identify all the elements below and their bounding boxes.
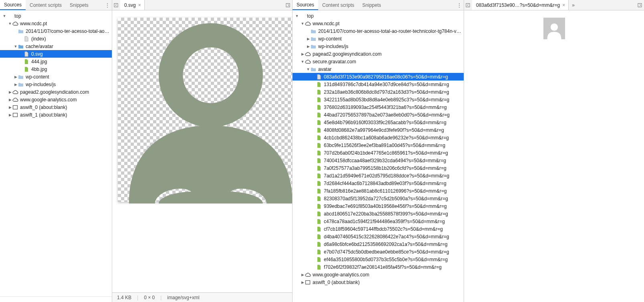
tree-item[interactable]: e7b07d7475dc5b0dbedbeae0ebbe85ce?s=50&d=… <box>293 248 464 256</box>
tree-item[interactable]: (index) <box>0 35 112 42</box>
tree-item-label: 45e8d4b796b9160f03033f9c265acabb?s=50&d=… <box>324 120 446 125</box>
tree-item[interactable]: ▼www.ncdc.pt <box>0 20 112 27</box>
tree-item[interactable]: ▼www.ncdc.pt <box>293 20 464 27</box>
tree-item[interactable]: ▼top <box>293 12 464 20</box>
tree-item[interactable]: ▶aswift_0 (about:blank) <box>0 103 112 111</box>
tree-item[interactable]: d4ba4074605415c322628086422e7ac4?s=50&d=… <box>293 233 464 240</box>
nav-next-icon[interactable] <box>284 0 292 10</box>
panel1-open-file-tab[interactable]: 0.svg × <box>120 0 145 10</box>
tree-item[interactable]: 131d8493786c7db414a94e307d9ce84d?s=50&d=… <box>293 81 464 88</box>
tree-item[interactable]: ▶wp-content <box>0 73 112 81</box>
panel2-preview <box>464 10 644 302</box>
tree-item[interactable]: ▶www.google-analytics.com <box>0 96 112 103</box>
disclosure-icon[interactable]: ▶ <box>8 105 12 109</box>
file-g-icon <box>316 74 322 80</box>
nav-next-icon[interactable] <box>636 0 644 10</box>
tree-item[interactable]: f702e6f2f39832f7ae208141e85fa45f?s=50&d=… <box>293 263 464 271</box>
panel2-open-file-tab[interactable]: 083a6d3f7153e90…?s=50&d=mm&r=g × <box>472 0 569 10</box>
disclosure-icon[interactable]: ▼ <box>301 60 305 64</box>
kebab-icon[interactable]: ⋮ <box>103 2 112 8</box>
tree-item[interactable]: ▼cache/avatar <box>0 42 112 50</box>
tree-item[interactable]: 2014/11/07/como-ter-acesso-total-ao-rout… <box>293 27 464 35</box>
disclosure-icon[interactable]: ▶ <box>14 83 18 87</box>
tree-item[interactable]: 444.jpg <box>0 58 112 65</box>
disclosure-icon[interactable]: ▼ <box>306 67 310 71</box>
tree-item[interactable]: ▼secure.gravatar.com <box>293 58 464 65</box>
disclosure-icon[interactable]: ▼ <box>8 22 12 26</box>
disclosure-icon[interactable]: ▶ <box>8 113 12 117</box>
tree-item[interactable]: 45e8d4b796b9160f03033f9c265acabb?s=50&d=… <box>293 119 464 126</box>
tree-item[interactable]: ▼top <box>0 12 112 20</box>
tree-item[interactable]: 34221155ad8b053bd8d8a4e0eb8925c3?s=50&d=… <box>293 96 464 103</box>
tree-item[interactable]: 083a6d3f7153e90a982795816ae08c06?s=50&d=… <box>293 73 464 81</box>
panel2-file-tree[interactable]: ▼top▼www.ncdc.pt2014/11/07/como-ter-aces… <box>293 10 464 302</box>
disclosure-icon[interactable]: ▶ <box>8 98 12 102</box>
disclosure-icon[interactable]: ▶ <box>306 37 310 41</box>
folder-l-icon <box>18 74 24 80</box>
tab-content-scripts[interactable]: Content scripts <box>26 0 66 10</box>
tree-item[interactable]: 939edbac7e691f8503a40b19568e456f?s=50&d=… <box>293 202 464 210</box>
tab-snippets[interactable]: Snippets <box>358 0 385 10</box>
disclosure-icon[interactable]: ▼ <box>295 14 299 18</box>
tree-item[interactable]: ▶pagead2.googlesyndication.com <box>0 88 112 96</box>
disclosure-icon[interactable]: ▼ <box>14 44 18 48</box>
disclosure-icon[interactable]: ▼ <box>2 14 6 18</box>
file-g-icon <box>316 188 322 194</box>
nav-prev-icon[interactable] <box>112 0 120 10</box>
tab-content-scripts[interactable]: Content scripts <box>318 0 358 10</box>
tree-item[interactable]: 232a18aeb36c806b8dc8d797d2a163d3?s=50&d=… <box>293 88 464 96</box>
tree-item[interactable]: ▶wp-content <box>293 35 464 42</box>
folder-l-icon <box>18 81 24 88</box>
close-icon[interactable]: × <box>562 3 565 8</box>
tree-item[interactable]: 7d2684cf444ac6b7128843adbd89e03f?s=50&d=… <box>293 179 464 187</box>
tree-item[interactable]: 7ad1a21d5949e671e02d5795d188ddce?s=50&d=… <box>293 172 464 179</box>
tree-item[interactable]: d6a98c6bfce6bd21253586692092ca1a?s=50&d=… <box>293 240 464 248</box>
close-icon[interactable]: × <box>138 3 141 8</box>
tree-item[interactable]: ▶aswift_1 (about:blank) <box>0 111 112 119</box>
folder-l-icon <box>310 66 317 72</box>
tree-item[interactable]: 4808fd08682e7a997964e9cd3fefe90f?s=50&d=… <box>293 126 464 134</box>
tree-item[interactable]: ▶wp-includes/js <box>0 81 112 88</box>
tree-item[interactable]: ▶wp-includes/js <box>293 42 464 50</box>
tree-item[interactable]: 0.svg <box>0 50 112 58</box>
tree-item[interactable]: 44bad720756537897ba2e073ae8eb0d0?s=50&d=… <box>293 111 464 119</box>
nav-prev-icon[interactable] <box>464 0 472 10</box>
tree-item[interactable]: abcd1806517e220ba3ba25588578f399?s=50&d=… <box>293 210 464 217</box>
disclosure-icon[interactable]: ▶ <box>301 280 305 284</box>
tree-item[interactable]: 7a0f257577a3ab7995158b1b206c6cfd?s=50&d=… <box>293 164 464 172</box>
tab-sources[interactable]: Sources <box>293 0 318 10</box>
tree-item[interactable]: 74004158dfccaa48aef329b32cda6494?s=50&d=… <box>293 157 464 164</box>
tree-item[interactable]: 376802d63189093ac254f5443f321ba6?s=50&d=… <box>293 103 464 111</box>
tree-item-label: 0.svg <box>31 51 43 57</box>
tree-item[interactable]: c478ca78aad1c594f21f944486ea359f?s=50&d=… <box>293 217 464 225</box>
tree-item[interactable]: ▶pagead2.googlesyndication.com <box>293 50 464 58</box>
panel1-statusbar: 1.4 KB | 0 × 0 | image/svg+xml <box>112 292 292 302</box>
cloud-icon <box>305 51 311 57</box>
tree-item[interactable]: cf7cb18f59604c597144ffbdcb75502c?s=50&d=… <box>293 225 464 233</box>
tree-item[interactable]: ▶aswift_0 (about:blank) <box>293 278 464 286</box>
panel1-hscroll[interactable] <box>0 296 112 302</box>
status-size: 1.4 KB <box>117 295 131 300</box>
panel1-file-tree[interactable]: ▼top▼www.ncdc.pt2014/11/07/como-ter-aces… <box>0 10 112 296</box>
disclosure-icon[interactable]: ▶ <box>301 52 305 56</box>
tree-item[interactable]: 4bb.jpg <box>0 65 112 73</box>
tree-item[interactable]: ▶www.google-analytics.com <box>293 271 464 278</box>
tree-item[interactable]: 2014/11/07/como-ter-acesso-total-ao-ro <box>0 27 112 35</box>
tree-item[interactable]: 82308370ad5f13952da727c5d2b5090a?s=50&d=… <box>293 195 464 202</box>
tree-item[interactable]: 4cb1cbd862438bc1a608ab6ade96232e?s=50&d=… <box>293 134 464 141</box>
disclosure-icon[interactable]: ▶ <box>301 273 305 277</box>
tree-item[interactable]: ▼avatar <box>293 65 464 73</box>
tab-sources[interactable]: Sources <box>0 0 26 10</box>
kebab-icon[interactable]: ⋮ <box>455 2 464 8</box>
disclosure-icon[interactable]: ▶ <box>8 90 12 94</box>
tree-item[interactable]: ef46a3510855800b5d0737b3c55c5b0e?s=50&d=… <box>293 256 464 263</box>
disclosure-icon[interactable]: ▼ <box>301 22 305 26</box>
tabs-overflow-icon[interactable]: » <box>569 2 578 8</box>
tree-item[interactable]: 707d2b6ab0f24b1bde47765e1c865961?s=50&d=… <box>293 149 464 157</box>
tree-item-label: f702e6f2f39832f7ae208141e85fa45f?s=50&d=… <box>324 264 442 270</box>
tree-item[interactable]: 63bc9fe115626f3ee2ef3ba891a00d45?s=50&d=… <box>293 141 464 149</box>
tab-snippets[interactable]: Snippets <box>66 0 93 10</box>
tree-item[interactable]: 7fa185fb816e2ae881ab8c6110126996?s=50&d=… <box>293 187 464 195</box>
disclosure-icon[interactable]: ▶ <box>14 75 18 79</box>
disclosure-icon[interactable]: ▶ <box>306 44 310 48</box>
